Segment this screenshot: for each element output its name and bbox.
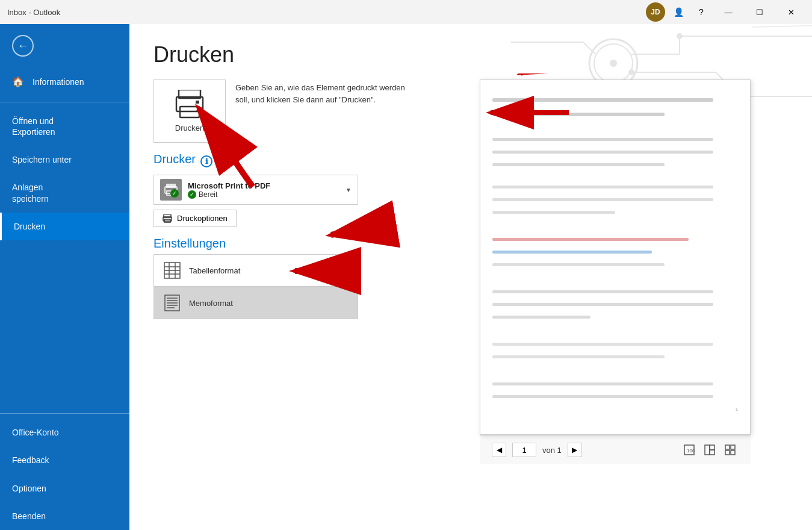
page-number-input[interactable]	[512, 443, 536, 457]
printer-icon	[174, 90, 205, 119]
titlebar-controls: JD 👤 ? — ☐ ✕	[646, 2, 805, 22]
titlebar-title: Inbox - Outlook	[7, 8, 60, 17]
preview-icons: 100	[681, 441, 739, 458]
preview-line	[492, 186, 713, 189]
close-button[interactable]: ✕	[777, 2, 805, 22]
preview-line	[492, 355, 665, 358]
titlebar: Inbox - Outlook JD 👤 ? — ☐ ✕	[0, 0, 812, 24]
svg-rect-48	[731, 450, 735, 455]
printer-status: ✓ Bereit	[188, 190, 339, 199]
sidebar-back: ←	[0, 24, 129, 67]
memoformat-icon	[163, 293, 182, 313]
sidebar-item-optionen[interactable]: Optionen	[0, 475, 129, 502]
content-body: Drucken Geben Sie an, wie das Element ge…	[129, 73, 812, 530]
svg-rect-46	[731, 445, 735, 449]
sidebar: ← 🏠 Informationen Öffnen undExportieren …	[0, 24, 129, 530]
preview-zoom-fit-button[interactable]: 100	[681, 441, 698, 458]
preview-grid-button[interactable]	[722, 441, 739, 458]
print-desc-row: Drucken Geben Sie an, wie das Element ge…	[153, 80, 406, 143]
zoom-fit-icon: 100	[684, 444, 695, 455]
print-button-label: Drucken	[175, 123, 204, 132]
drucker-section: Drucker ℹ	[153, 152, 406, 227]
tabellenformat-icon	[163, 261, 182, 280]
printer-info: Microsoft Print to PDF ✓ Bereit	[188, 181, 339, 199]
print-description: Geben Sie an, wie das Element gedruckt w…	[235, 80, 406, 105]
preview-colored-line	[492, 238, 689, 241]
page-title: Drucken	[153, 42, 788, 67]
main-container: ← 🏠 Informationen Öffnen undExportieren …	[0, 24, 812, 530]
content-area: Drucken	[129, 24, 812, 530]
dropdown-arrow-icon: ▼	[346, 187, 352, 193]
account-icon-btn[interactable]: 👤	[669, 2, 688, 22]
svg-rect-44	[710, 450, 714, 455]
sidebar-item-feedback[interactable]: Feedback	[0, 446, 129, 474]
drucker-title: Drucker	[153, 152, 196, 166]
preview-line	[492, 263, 665, 266]
sidebar-item-drucken[interactable]: Drucken	[0, 213, 129, 240]
preview-line	[492, 198, 713, 201]
page-prev-button[interactable]: ◀	[492, 443, 506, 457]
status-dot: ✓	[188, 190, 196, 199]
home-icon: 🏠	[12, 76, 24, 89]
einstellungen-title: Einstellungen	[153, 237, 406, 251]
help-button[interactable]: ?	[692, 2, 711, 22]
zoom-icon	[704, 444, 715, 455]
printer-name: Microsoft Print to PDF	[188, 181, 339, 190]
sidebar-item-speichern[interactable]: Speichern unter	[0, 146, 129, 173]
back-button[interactable]: ←	[12, 35, 34, 57]
sidebar-nav: 🏠 Informationen Öffnen undExportieren Sp…	[0, 67, 129, 530]
sidebar-item-beenden[interactable]: Beenden	[0, 502, 129, 530]
svg-rect-42	[705, 445, 710, 455]
content-inner: Drucken	[129, 24, 812, 530]
einstellungen-section: Einstellungen	[153, 237, 406, 319]
preview-line	[492, 113, 665, 116]
preview-line	[492, 211, 615, 214]
drucker-header: Drucker ℹ	[153, 152, 406, 170]
sidebar-item-informationen[interactable]: 🏠 Informationen	[0, 67, 129, 97]
svg-rect-18	[196, 101, 199, 104]
preview-area: 1 ◀ von 1 ▶ 100	[442, 80, 788, 530]
preview-line	[492, 151, 713, 154]
grid-icon	[725, 444, 736, 455]
preview-line	[492, 395, 713, 398]
preview-line	[492, 138, 713, 141]
preview-content: 1	[480, 80, 750, 430]
druckoptionen-button[interactable]: Druckoptionen	[153, 210, 237, 227]
sidebar-item-oeffnen[interactable]: Öffnen undExportieren	[0, 107, 129, 146]
svg-rect-19	[166, 184, 176, 188]
preview-colored-line	[492, 251, 652, 254]
sidebar-item-office-konto[interactable]: Office-Konto	[0, 419, 129, 446]
preview-page-marker: 1	[492, 407, 738, 412]
printer-dropdown[interactable]: ✓ Microsoft Print to PDF ✓ Bereit ▼	[153, 175, 358, 205]
preview-footer: ◀ von 1 ▶ 100	[480, 435, 751, 464]
druckoptionen-printer-icon	[163, 214, 172, 223]
sidebar-divider-1	[0, 102, 129, 102]
preview-line	[492, 303, 713, 306]
svg-rect-43	[710, 445, 714, 450]
preview-line	[492, 163, 665, 166]
maximize-button[interactable]: ☐	[746, 2, 773, 22]
user-avatar[interactable]: JD	[646, 2, 665, 22]
preview-line	[492, 98, 713, 102]
preview-line	[492, 290, 713, 293]
page-total: von 1	[542, 446, 562, 455]
preview-line	[492, 343, 713, 346]
sidebar-item-anlagen[interactable]: Anlagenspeichern	[0, 173, 129, 212]
svg-rect-45	[725, 445, 730, 449]
sidebar-divider-2	[0, 413, 129, 414]
preview-line	[492, 316, 590, 319]
info-icon[interactable]: ℹ	[200, 155, 212, 167]
content-header: Drucken	[129, 24, 812, 73]
page-next-button[interactable]: ▶	[568, 443, 582, 457]
preview-page: 1	[480, 80, 751, 435]
print-button-card[interactable]: Drucken	[153, 80, 226, 143]
left-panel: Drucken Geben Sie an, wie das Element ge…	[153, 80, 406, 530]
printer-logo: ✓	[160, 179, 182, 201]
minimize-button[interactable]: —	[714, 2, 742, 22]
sidebar-bottom: Office-Konto Feedback Optionen Beenden	[0, 408, 129, 530]
svg-rect-47	[725, 450, 730, 455]
preview-zoom-button[interactable]	[701, 441, 718, 458]
svg-text:100: 100	[687, 448, 695, 454]
format-item-memoformat[interactable]: Memoformat	[153, 287, 358, 319]
format-item-tabellenformat[interactable]: Tabellenformat	[153, 254, 358, 287]
